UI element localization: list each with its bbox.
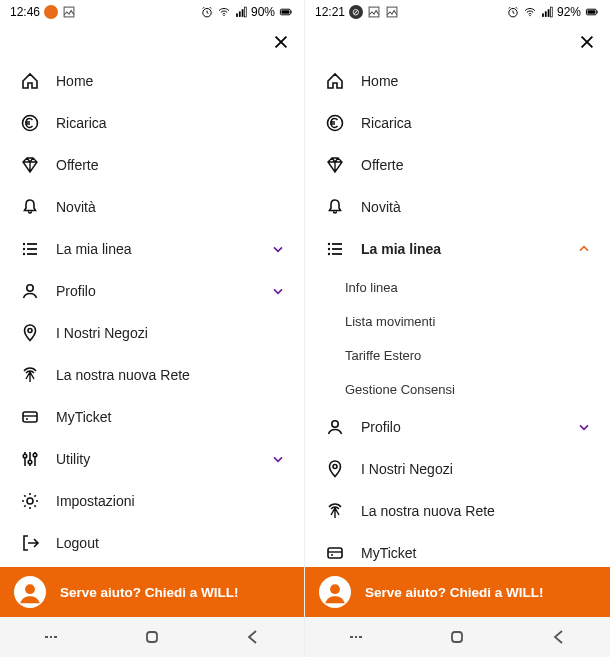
logout-icon: [18, 533, 42, 553]
sub-item-listamovimenti[interactable]: Lista movimenti: [305, 304, 610, 338]
signal-icon: [540, 5, 554, 19]
menu-label: Ricarica: [347, 115, 592, 131]
user-icon: [18, 281, 42, 301]
close-icon: [272, 33, 290, 51]
wifi-icon: [523, 5, 537, 19]
chevron-down-icon: [270, 241, 286, 257]
sub-item-tariffeestero[interactable]: Tariffe Estero: [305, 338, 610, 372]
home-icon: [18, 71, 42, 91]
pin-icon: [323, 459, 347, 479]
sub-label: Info linea: [345, 280, 398, 295]
chevron-down-icon: [270, 283, 286, 299]
menu-item-novita[interactable]: Novità: [305, 186, 610, 228]
image-icon: [62, 5, 76, 19]
menu-label: Offerte: [42, 157, 286, 173]
chevron-down-icon: [576, 419, 592, 435]
alarm-icon: [506, 5, 520, 19]
close-button[interactable]: [578, 33, 596, 51]
nav-back-button[interactable]: [223, 627, 283, 647]
android-nav-bar: [0, 617, 304, 657]
close-icon: [578, 33, 596, 51]
menu-label: La nostra nuova Rete: [42, 367, 286, 383]
menu-item-home[interactable]: Home: [305, 60, 610, 102]
nav-back-button[interactable]: [529, 627, 589, 647]
ticket-icon: [18, 407, 42, 427]
nav-recents-button[interactable]: [326, 627, 386, 647]
nav-home-button[interactable]: [427, 627, 487, 647]
menu-label: Ricarica: [42, 115, 286, 131]
menu-item-ricarica[interactable]: Ricarica: [0, 102, 304, 144]
menu-item-lamialinea[interactable]: La mia linea: [0, 228, 304, 270]
back-icon: [243, 627, 263, 647]
menu-item-rete[interactable]: La nostra nuova Rete: [0, 354, 304, 396]
sub-item-gestioneconsensi[interactable]: Gestione Consensi: [305, 372, 610, 406]
gear-icon: [18, 491, 42, 511]
menu-label: I Nostri Negozi: [42, 325, 286, 341]
status-battery: 92%: [557, 5, 581, 19]
help-bar[interactable]: Serve aiuto? Chiedi a WILL!: [0, 567, 304, 617]
menu-item-myticket[interactable]: MyTicket: [0, 396, 304, 438]
menu-label: Profilo: [347, 419, 576, 435]
will-avatar-icon: [14, 576, 46, 608]
back-icon: [549, 627, 569, 647]
help-bar[interactable]: Serve aiuto? Chiedi a WILL!: [305, 567, 610, 617]
menu-item-offerte[interactable]: Offerte: [0, 144, 304, 186]
menu-label: La mia linea: [42, 241, 270, 257]
sub-label: Lista movimenti: [345, 314, 435, 329]
menu-item-utility[interactable]: Utility: [0, 438, 304, 480]
alarm-icon: [200, 5, 214, 19]
menu-item-profilo[interactable]: Profilo: [305, 406, 610, 448]
menu-label: Impostazioni: [42, 493, 286, 509]
menu-label: Novità: [347, 199, 592, 215]
menu-label: Novità: [42, 199, 286, 215]
will-avatar-icon: [319, 576, 351, 608]
close-button[interactable]: [272, 33, 290, 51]
recents-icon: [41, 627, 61, 647]
menu-label: Home: [42, 73, 286, 89]
menu-item-impostazioni[interactable]: Impostazioni: [0, 480, 304, 522]
status-bar: 12:46 90%: [0, 0, 304, 24]
help-text: Serve aiuto? Chiedi a WILL!: [365, 585, 544, 600]
status-bar: 12:21 ⊘ 92%: [305, 0, 610, 24]
wifi-icon: [217, 5, 231, 19]
menu-item-myticket[interactable]: MyTicket: [305, 532, 610, 567]
bell-icon: [323, 197, 347, 217]
nav-home-button[interactable]: [122, 627, 182, 647]
menu-item-home[interactable]: Home: [0, 60, 304, 102]
diamond-icon: [18, 155, 42, 175]
menu-item-logout[interactable]: Logout: [0, 522, 304, 564]
menu-label: I Nostri Negozi: [347, 461, 592, 477]
nav-recents-button[interactable]: [21, 627, 81, 647]
menu-item-novita[interactable]: Novità: [0, 186, 304, 228]
menu-item-profilo[interactable]: Profilo: [0, 270, 304, 312]
menu-item-rete[interactable]: La nostra nuova Rete: [305, 490, 610, 532]
nav-menu: Home Ricarica Offerte Novità La mia line…: [0, 60, 304, 567]
antenna-icon: [18, 365, 42, 385]
home-icon: [323, 71, 347, 91]
menu-label: La nostra nuova Rete: [347, 503, 592, 519]
menu-item-offerte[interactable]: Offerte: [305, 144, 610, 186]
status-time: 12:21: [315, 5, 345, 19]
menu-item-ricarica[interactable]: Ricarica: [305, 102, 610, 144]
sub-item-infolinea[interactable]: Info linea: [305, 270, 610, 304]
diamond-icon: [323, 155, 347, 175]
menu-item-negozi[interactable]: I Nostri Negozi: [305, 448, 610, 490]
battery-icon: [278, 5, 294, 19]
menu-item-negozi[interactable]: I Nostri Negozi: [0, 312, 304, 354]
ticket-icon: [323, 543, 347, 563]
signal-icon: [234, 5, 248, 19]
dnd-icon: ⊘: [349, 5, 363, 19]
phone-right: 12:21 ⊘ 92% Home Ricarica: [305, 0, 610, 657]
homebtn-icon: [447, 627, 467, 647]
list-icon: [18, 239, 42, 259]
sliders-icon: [18, 449, 42, 469]
menu-label: Logout: [42, 535, 286, 551]
recents-icon: [346, 627, 366, 647]
nav-menu: Home Ricarica Offerte Novità La mia line…: [305, 60, 610, 567]
battery-icon: [584, 5, 600, 19]
euro-icon: [18, 113, 42, 133]
menu-item-lamialinea[interactable]: La mia linea: [305, 228, 610, 270]
chevron-down-icon: [270, 451, 286, 467]
list-icon: [323, 239, 347, 259]
chevron-up-icon: [576, 241, 592, 257]
